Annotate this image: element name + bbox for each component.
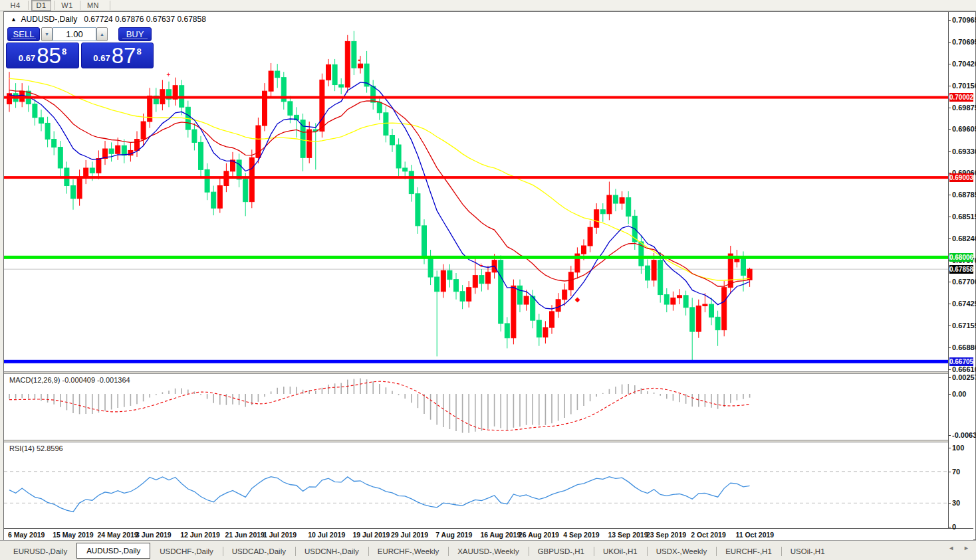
rsi-indicator-panel[interactable]: RSI(14) 52.8596 [4,442,948,528]
rsi-axis-label: 100 [952,444,964,452]
chart-ohlc-values: 0.67724 0.67876 0.67637 0.67858 [84,15,206,24]
rsi-axis-label: 0 [952,523,956,531]
price-tick-mark [949,326,951,326]
price-tick-mark [949,195,951,195]
tab-scroll-right-icon[interactable]: ► [963,545,969,551]
price-tick-label: 0.68785 [952,191,976,199]
date-axis-label: 1 Jul 2019 [263,531,297,539]
date-axis-label: 29 Jul 2019 [391,531,428,539]
chart-tab-usdx-weekly[interactable]: USDX-,Weekly [647,544,716,559]
date-axis-label: 4 Sep 2019 [563,531,599,539]
timeframe-button-mn[interactable]: MN [83,0,103,11]
current-price-badge: 0.67858 [949,265,973,274]
sell-price-button[interactable]: 0.67 85 8 [6,43,79,68]
price-tick-label: 0.70150 [952,82,976,90]
chart-tab-bar: EURUSD-,DailyAUDUSD-,DailyUSDCHF-,DailyU… [0,540,976,560]
date-axis-label: 15 May 2019 [53,531,93,539]
svg-text:+: + [166,71,170,78]
date-axis-label: 23 Sep 2019 [646,531,686,539]
date-axis-label: 21 Jun 2019 [225,531,265,539]
rsi-tick-mark [949,503,951,504]
volume-input[interactable]: 1.00 [53,27,96,41]
macd-axis-label: 0.002574 [952,373,976,381]
main-chart-panel[interactable]: +▪+◆ ▲ AUDUSD-,Daily 0.67724 0.67876 0.6… [4,12,948,371]
macd-indicator-panel[interactable]: MACD(12,26,9) -0.000409 -0.001364 [4,374,948,440]
collapse-triangle-icon[interactable]: ▲ [11,16,17,23]
timeframe-toolbar: H4D1W1MN [0,0,976,11]
price-tick-label: 0.66880 [952,343,976,351]
chart-symbol-label: AUDUSD-,Daily [21,15,78,24]
chart-tab-usoil-h1[interactable]: USOil-,H1 [781,544,834,559]
buy-button[interactable]: BUY [118,27,152,41]
timeframe-button-h4[interactable]: H4 [5,0,25,11]
sell-price-prefix: 0.67 [19,53,35,63]
price-tick-mark [949,151,951,152]
triangle-down-icon: ▼ [45,32,49,37]
price-tick-mark [949,108,951,108]
level-price-badge: 0.68006 [949,253,973,262]
price-tick-label: 0.70695 [952,38,976,46]
price-tick-label: 0.68240 [952,234,976,242]
date-axis-label: 7 Aug 2019 [435,531,472,539]
toolbar-divider [110,1,110,10]
one-click-trade-panel: SELL ▼ 1.00 ▲ BUY 0.67 85 8 0.67 87 8 [6,27,155,69]
date-axis-label: 3 Jun 2019 [136,531,172,539]
chart-tab-eurchf-h1[interactable]: EURCHF-,H1 [716,544,781,559]
price-tick-label: 0.66610 [952,365,976,373]
price-tick-label: 0.67700 [952,278,976,286]
price-tick-mark [949,217,951,217]
price-tick-mark [949,64,951,64]
macd-tick-mark [949,394,951,395]
price-tick-mark [949,282,951,282]
price-tick-label: 0.69605 [952,125,976,133]
chart-tab-usdcad-daily[interactable]: USDCAD-,Daily [223,544,295,559]
price-tick-label: 0.69330 [952,147,976,155]
tab-scroll-arrows: ◄ ► [948,545,969,551]
toolbar-divider [28,1,29,10]
price-tick-mark [949,129,951,130]
rsi-axis-label: 30 [952,499,960,507]
buy-price-button[interactable]: 0.67 87 8 [81,43,154,68]
date-axis-label: 11 Oct 2019 [735,531,774,539]
sell-price-big: 85 [37,46,61,66]
volume-decrease-button[interactable]: ▼ [41,27,53,41]
chart-tab-gbpusd-h1[interactable]: GBPUSD-,H1 [529,544,594,559]
chart-tab-usdcnh-daily[interactable]: USDCNH-,Daily [295,544,368,559]
chart-tab-eurusd-daily[interactable]: EURUSD-,Daily [4,544,76,559]
chart-tab-usdchf-daily[interactable]: USDCHF-,Daily [150,544,223,559]
chart-tab-xauusd-weekly[interactable]: XAUUSD-,Weekly [448,544,528,559]
svg-text:▪: ▪ [358,56,360,64]
chart-tab-eurchf-weekly[interactable]: EURCHF-,Weekly [368,544,448,559]
chart-window: +▪+◆ ▲ AUDUSD-,Daily 0.67724 0.67876 0.6… [3,11,976,540]
price-tick-label: 0.70965 [952,16,976,24]
macd-chart [4,374,948,440]
sell-price-pip: 8 [62,47,66,56]
toolbar-divider [80,1,80,10]
triangle-up-icon: ▲ [100,32,104,37]
chart-title: ▲ AUDUSD-,Daily 0.67724 0.67876 0.67637 … [11,15,206,24]
price-tick-mark [949,42,951,43]
date-axis-label: 2 Oct 2019 [691,531,726,539]
price-tick-mark [949,347,951,348]
svg-text:◆: ◆ [575,296,580,303]
date-axis-label: 26 Aug 2019 [519,531,559,539]
sell-button[interactable]: SELL [7,27,40,41]
price-tick-mark [949,86,951,86]
date-axis-label: 12 Jun 2019 [180,531,220,539]
price-axis[interactable]: 0.709650.706950.704200.701500.698750.696… [948,12,973,528]
timeframe-button-w1[interactable]: W1 [57,0,77,11]
volume-increase-button[interactable]: ▲ [96,27,108,41]
price-tick-label: 0.67425 [952,300,976,308]
buy-price-big: 87 [112,46,136,66]
chart-tab-ukoil-h1[interactable]: UKOil-,H1 [594,544,647,559]
price-tick-mark [949,369,951,370]
rsi-label: RSI(14) 52.8596 [9,444,63,452]
level-price-badge: 0.69003 [949,173,973,182]
date-axis[interactable]: 6 May 201915 May 201924 May 20193 Jun 20… [4,528,973,541]
toolbar-divider [54,1,55,10]
macd-label: MACD(12,26,9) -0.000409 -0.001364 [9,376,130,384]
timeframe-button-d1[interactable]: D1 [31,0,51,11]
tab-scroll-left-icon[interactable]: ◄ [948,545,954,551]
price-tick-mark [949,20,951,21]
chart-tab-audusd-daily[interactable]: AUDUSD-,Daily [76,543,150,559]
